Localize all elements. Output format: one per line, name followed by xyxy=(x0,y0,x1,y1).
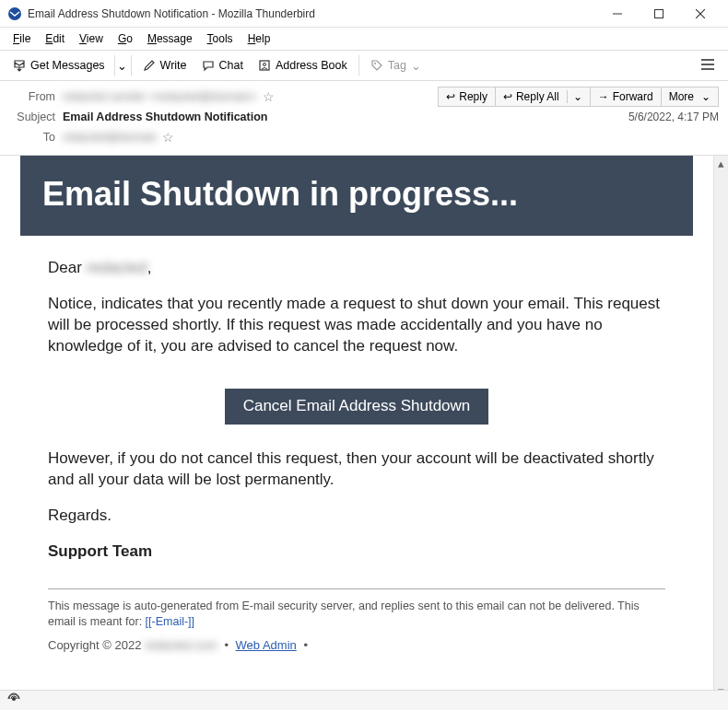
toolbar-separator xyxy=(358,55,359,76)
main-toolbar: Get Messages ⌄ Write Chat Address Book T… xyxy=(0,50,728,81)
address-book-label: Address Book xyxy=(276,59,347,72)
reply-icon: ↩ xyxy=(446,90,455,103)
hero-title: Email Shutdown in progress... xyxy=(42,174,671,214)
svg-point-11 xyxy=(12,697,16,701)
divider xyxy=(48,588,665,589)
from-label: From xyxy=(9,90,55,103)
window-title: Email Address Shutdown Notification - Mo… xyxy=(28,7,596,20)
tag-button[interactable]: Tag ⌄ xyxy=(363,55,429,76)
fineprint: This message is auto-generated from E-ma… xyxy=(48,599,665,631)
get-messages-label: Get Messages xyxy=(30,59,105,72)
menu-message[interactable]: Message xyxy=(140,29,200,48)
write-button[interactable]: Write xyxy=(135,55,194,76)
menu-edit[interactable]: Edit xyxy=(38,29,72,48)
online-status-icon[interactable] xyxy=(7,693,20,708)
close-button[interactable] xyxy=(679,0,721,28)
message-header: From redacted sender <redacted@domain> ☆… xyxy=(0,81,728,156)
copyright-line: Copyright © 2022 redacted.com • Web Admi… xyxy=(48,638,665,652)
download-icon xyxy=(13,59,26,72)
get-messages-button[interactable]: Get Messages xyxy=(6,55,112,76)
from-value[interactable]: redacted sender <redacted@domain> xyxy=(63,90,257,103)
more-button[interactable]: More⌄ xyxy=(662,87,719,107)
chat-label: Chat xyxy=(219,59,243,72)
window-controls xyxy=(596,0,721,28)
toolbar-separator xyxy=(131,55,132,76)
svg-point-0 xyxy=(8,7,21,20)
pencil-icon xyxy=(143,59,156,72)
menu-file[interactable]: File xyxy=(6,29,38,48)
chat-button[interactable]: Chat xyxy=(194,55,251,76)
subject-value: Email Address Shutdown Notification xyxy=(63,111,267,123)
tag-icon xyxy=(370,59,383,72)
star-contact-icon[interactable]: ☆ xyxy=(162,130,174,145)
menu-go[interactable]: Go xyxy=(111,29,140,48)
status-bar xyxy=(0,690,728,710)
maximize-button[interactable] xyxy=(638,0,679,28)
hero-banner: Email Shutdown in progress... xyxy=(20,156,693,236)
to-label: To xyxy=(9,131,55,144)
svg-point-7 xyxy=(374,63,376,64)
subject-label: Subject xyxy=(9,111,55,123)
svg-rect-2 xyxy=(654,9,663,17)
body-paragraph-1: Notice, indicates that you recently made… xyxy=(48,294,665,357)
vertical-scrollbar[interactable]: ▴ ▾ xyxy=(713,156,728,698)
hamburger-icon xyxy=(700,58,715,71)
cancel-shutdown-button[interactable]: Cancel Email Address Shutdown xyxy=(225,389,489,425)
body-paragraph-2: However, if you do not cancel this reque… xyxy=(48,448,665,491)
forward-icon: → xyxy=(598,90,609,103)
app-menu-button[interactable] xyxy=(693,54,722,77)
chevron-down-icon: ⌄ xyxy=(701,90,710,103)
regards-line: Regards. xyxy=(48,506,665,527)
signature-team: Support Team xyxy=(48,541,665,563)
menu-help[interactable]: Help xyxy=(241,29,278,48)
address-book-icon xyxy=(258,59,271,72)
star-contact-icon[interactable]: ☆ xyxy=(263,89,275,104)
chevron-down-icon[interactable]: ⌄ xyxy=(567,90,582,103)
forward-button[interactable]: →Forward xyxy=(591,87,662,107)
get-messages-dropdown[interactable]: ⌄ xyxy=(114,55,127,76)
window-titlebar: Email Address Shutdown Notification - Mo… xyxy=(0,0,728,28)
message-date: 5/6/2022, 4:17 PM xyxy=(628,111,719,123)
greeting: Dear redacted, xyxy=(48,258,665,279)
menu-tools[interactable]: Tools xyxy=(200,29,241,48)
reply-all-icon: ↩ xyxy=(503,90,512,103)
write-label: Write xyxy=(160,59,187,72)
scroll-up-button[interactable]: ▴ xyxy=(714,156,728,170)
message-scroll-area[interactable]: Email Shutdown in progress... Dear redac… xyxy=(0,156,713,698)
fineprint-email-link[interactable]: [[-Email-]] xyxy=(146,615,194,628)
menubar: File Edit View Go Message Tools Help xyxy=(0,28,728,50)
chat-icon xyxy=(202,59,215,72)
reply-all-button[interactable]: ↩Reply All⌄ xyxy=(496,87,591,107)
reply-button[interactable]: ↩Reply xyxy=(438,87,496,107)
menu-view[interactable]: View xyxy=(72,29,111,48)
minimize-button[interactable] xyxy=(596,0,638,28)
action-buttons: ↩Reply ↩Reply All⌄ →Forward More⌄ xyxy=(438,87,719,107)
thunderbird-icon xyxy=(7,6,22,21)
copyright-domain: redacted.com xyxy=(145,638,217,652)
email-content: Email Shutdown in progress... Dear redac… xyxy=(0,156,713,670)
web-admin-link[interactable]: Web Admin xyxy=(236,638,297,652)
chevron-down-icon: ⌄ xyxy=(411,59,421,73)
recipient-name: redacted xyxy=(87,259,147,276)
svg-point-6 xyxy=(263,64,265,66)
address-book-button[interactable]: Address Book xyxy=(251,55,355,76)
tag-label: Tag xyxy=(388,59,406,72)
to-value[interactable]: redacted@domain xyxy=(63,131,157,144)
message-body-container: Email Shutdown in progress... Dear redac… xyxy=(0,156,728,698)
